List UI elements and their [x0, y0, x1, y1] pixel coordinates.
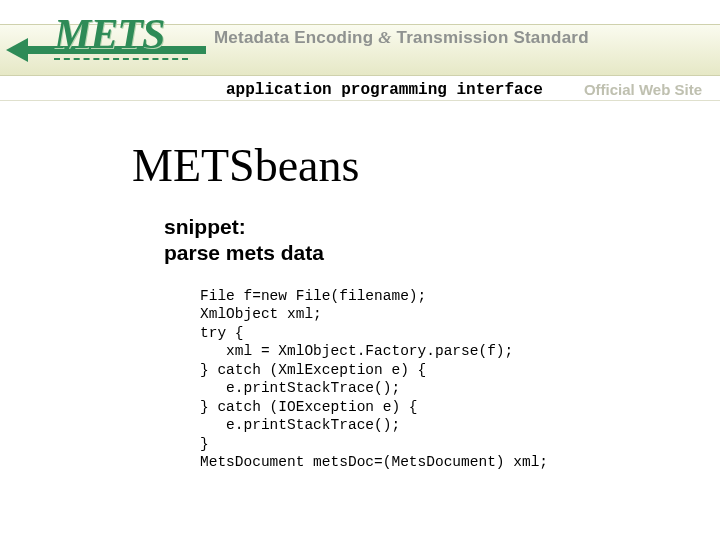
code-block: File f=new File(filename); XmlObject xml…: [200, 287, 720, 472]
subtitle-amp: &: [378, 28, 391, 47]
snippet-heading: snippet: parse mets data: [164, 214, 720, 267]
subtitle-post: Transmission Standard: [392, 28, 589, 47]
snippet-desc: parse mets data: [164, 240, 720, 266]
subtitle-pre: Metadata Encoding: [214, 28, 378, 47]
mets-logo: METS: [54, 10, 164, 58]
slide-content: METSbeans snippet: parse mets data File …: [0, 101, 720, 472]
banner-subtitle: Metadata Encoding & Transmission Standar…: [214, 28, 589, 48]
header-banner: METS Metadata Encoding & Transmission St…: [0, 0, 720, 101]
official-web-site-label: Official Web Site: [584, 81, 702, 98]
api-label: application programming interface: [224, 81, 545, 99]
page-title: METSbeans: [132, 139, 720, 192]
snippet-label: snippet:: [164, 214, 720, 240]
logo-underline: [54, 58, 188, 60]
